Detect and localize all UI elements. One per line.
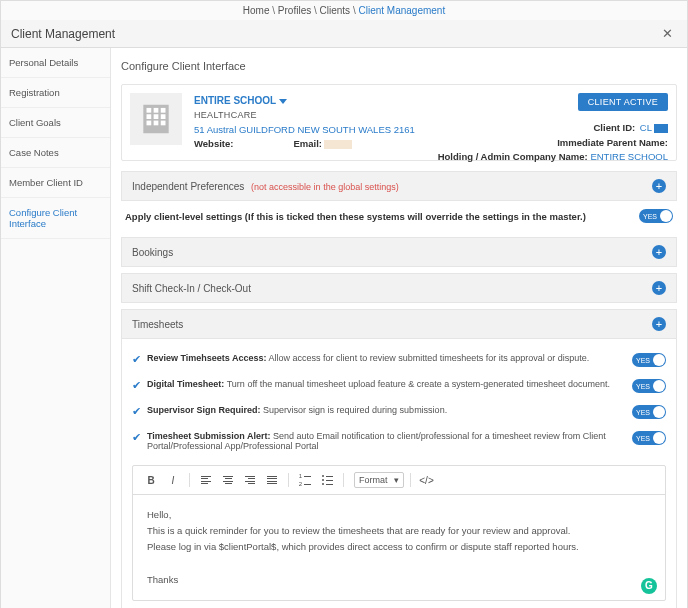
sidebar-item-label: Member Client ID <box>9 177 83 188</box>
check-icon: ✔ <box>132 354 141 365</box>
client-card: ENTIRE SCHOOL HEALTHCARE 51 Austral GUIL… <box>121 84 677 161</box>
opt-title: Digital Timesheet: <box>147 379 224 389</box>
opt-desc: Turn off the manual timesheet upload fea… <box>227 379 610 389</box>
chevron-down-icon[interactable] <box>279 99 287 104</box>
crumb-home[interactable]: Home <box>243 5 270 16</box>
align-right-button[interactable] <box>240 471 260 489</box>
accordion-timesheets[interactable]: Timesheets + <box>121 309 677 339</box>
sidebar-item-label: Client Goals <box>9 117 61 128</box>
svg-rect-9 <box>161 121 166 126</box>
parent-label: Immediate Parent Name: <box>557 137 668 148</box>
timesheets-panel: ✔Review Timehseets Access: Allow access … <box>121 339 677 608</box>
separator <box>288 473 289 487</box>
check-icon: ✔ <box>132 432 141 443</box>
crumb-current[interactable]: Client Management <box>358 5 445 16</box>
toggle-label: YES <box>636 383 650 390</box>
check-icon: ✔ <box>132 380 141 391</box>
opt-desc: Supervisor sign is required during submi… <box>263 405 447 415</box>
editor-line: Thanks <box>147 572 651 588</box>
client-id-redacted <box>654 124 668 133</box>
toggle-alert[interactable]: YES <box>632 431 666 445</box>
sidebar: Personal Details Registration Client Goa… <box>1 48 111 608</box>
plus-icon[interactable]: + <box>652 281 666 295</box>
apply-toggle[interactable]: YES <box>639 209 673 223</box>
page-title: Client Management <box>11 27 115 41</box>
grammarly-icon[interactable]: G <box>641 578 657 594</box>
accordion-title: Timesheets <box>132 319 183 330</box>
holding-link[interactable]: ENTIRE SCHOOL <box>590 151 668 162</box>
toggle-review[interactable]: YES <box>632 353 666 367</box>
editor-line: Hello, <box>147 507 651 523</box>
sidebar-item-personal[interactable]: Personal Details <box>1 48 110 78</box>
section-heading: Configure Client Interface <box>121 56 677 76</box>
italic-button[interactable]: I <box>163 471 183 489</box>
align-center-button[interactable] <box>218 471 238 489</box>
accordion-note: (not accessible in the global settings) <box>251 182 399 192</box>
align-justify-button[interactable] <box>262 471 282 489</box>
ordered-list-button[interactable]: 12 <box>295 471 315 489</box>
building-icon <box>130 93 182 145</box>
close-icon[interactable]: ✕ <box>658 24 677 43</box>
svg-rect-6 <box>161 114 166 119</box>
apply-settings-row: Apply client-level settings (If this is … <box>121 201 677 231</box>
format-select[interactable]: Format▾ <box>354 472 404 488</box>
accordion-title: Shift Check-In / Check-Out <box>132 283 251 294</box>
client-meta: Client ID: CL Immediate Parent Name: Hol… <box>438 121 668 165</box>
crumb-clients[interactable]: Clients <box>320 5 351 16</box>
opt-submission-alert: ✔Timesheet Submission Alert: Send auto E… <box>132 425 666 457</box>
svg-rect-1 <box>147 108 152 113</box>
opt-title: Supervisor Sign Required: <box>147 405 261 415</box>
crumb-profiles[interactable]: Profiles <box>278 5 311 16</box>
svg-rect-5 <box>154 114 159 119</box>
plus-icon[interactable]: + <box>652 179 666 193</box>
opt-review-access: ✔Review Timehseets Access: Allow access … <box>132 347 666 373</box>
sidebar-item-casenotes[interactable]: Case Notes <box>1 138 110 168</box>
client-name[interactable]: ENTIRE SCHOOL <box>194 95 276 106</box>
opt-supervisor-sign: ✔Supervisor Sign Required: Supervisor si… <box>132 399 666 425</box>
svg-rect-7 <box>147 121 152 126</box>
opt-digital-timesheet: ✔Digital Timesheet: Turn off the manual … <box>132 373 666 399</box>
opt-desc: Allow access for client to review submit… <box>269 353 590 363</box>
client-id-prefix: CL <box>640 122 652 133</box>
accordion-bookings[interactable]: Bookings + <box>121 237 677 267</box>
sidebar-item-label: Personal Details <box>9 57 78 68</box>
separator <box>343 473 344 487</box>
sidebar-item-configure[interactable]: Configure Client Interface <box>1 198 110 239</box>
check-icon: ✔ <box>132 406 141 417</box>
plus-icon[interactable]: + <box>652 245 666 259</box>
opt-title: Review Timehseets Access: <box>147 353 267 363</box>
opt-title: Timesheet Submission Alert: <box>147 431 271 441</box>
sidebar-item-goals[interactable]: Client Goals <box>1 108 110 138</box>
editor-body[interactable]: Hello, This is a quick reminder for you … <box>133 495 665 600</box>
plus-icon[interactable]: + <box>652 317 666 331</box>
toggle-label: YES <box>636 357 650 364</box>
accordion-shift[interactable]: Shift Check-In / Check-Out + <box>121 273 677 303</box>
unordered-list-button[interactable] <box>317 471 337 489</box>
editor-toolbar: B I 12 Format▾ </> <box>133 466 665 495</box>
format-label: Format <box>359 475 388 485</box>
sidebar-item-label: Case Notes <box>9 147 59 158</box>
client-id-label: Client ID: <box>594 122 636 133</box>
svg-rect-4 <box>147 114 152 119</box>
breadcrumb: Home \ Profiles \ Clients \ Client Manag… <box>1 1 687 20</box>
sidebar-item-registration[interactable]: Registration <box>1 78 110 108</box>
separator <box>189 473 190 487</box>
email-redacted <box>324 140 352 149</box>
separator <box>410 473 411 487</box>
bold-button[interactable]: B <box>141 471 161 489</box>
sidebar-item-memberid[interactable]: Member Client ID <box>1 168 110 198</box>
toggle-digital[interactable]: YES <box>632 379 666 393</box>
svg-rect-8 <box>154 121 159 126</box>
accordion-independent[interactable]: Independent Preferences (not accessible … <box>121 171 677 201</box>
toggle-supervisor[interactable]: YES <box>632 405 666 419</box>
toggle-label: YES <box>636 409 650 416</box>
accordion-title: Bookings <box>132 247 173 258</box>
code-view-button[interactable]: </> <box>417 471 437 489</box>
chevron-down-icon: ▾ <box>394 475 399 485</box>
toggle-label: YES <box>643 213 657 220</box>
email-label: Email: <box>293 138 322 149</box>
accordion-title: Independent Preferences <box>132 181 244 192</box>
holding-label: Holding / Admin Company Name: <box>438 151 588 162</box>
align-left-button[interactable] <box>196 471 216 489</box>
editor-line: Please log in via $clientPortal$, which … <box>147 539 651 555</box>
